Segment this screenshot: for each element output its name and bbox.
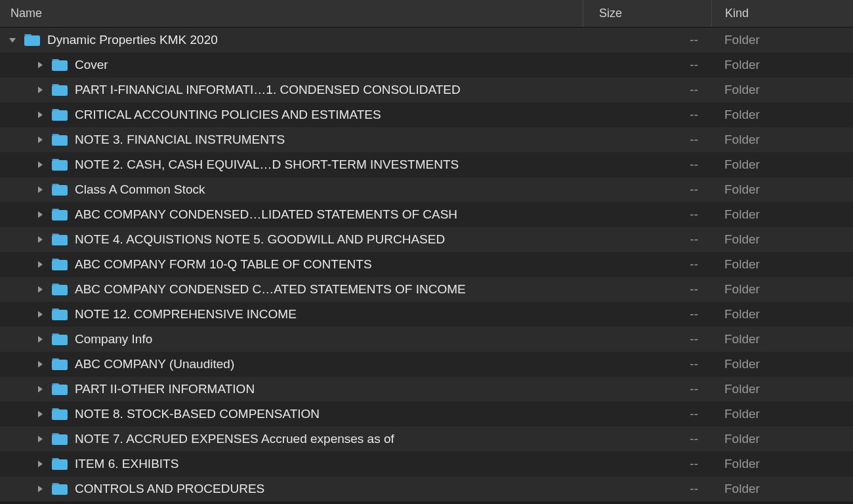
table-row[interactable]: ABC COMPANY FORM 10-Q TABLE OF CONTENTS-…: [0, 252, 853, 277]
cell-name: NOTE 4. ACQUISTIONS NOTE 5. GOODWILL AND…: [0, 227, 583, 252]
chevron-right-icon[interactable]: [35, 60, 45, 70]
cell-kind: Folder: [711, 327, 853, 352]
cell-size: --: [583, 377, 711, 402]
table-row[interactable]: NOTE 12. COMPREHENSIVE INCOME--Folder: [0, 302, 853, 327]
svg-rect-12: [52, 335, 68, 345]
chevron-right-icon[interactable]: [35, 235, 45, 244]
chevron-right-icon[interactable]: [35, 434, 45, 444]
folder-icon: [51, 432, 68, 446]
folder-icon: [51, 382, 68, 396]
cell-size: --: [583, 402, 711, 427]
chevron-right-icon[interactable]: [35, 335, 45, 344]
cell-size: --: [583, 152, 711, 177]
cell-kind: Folder: [711, 52, 853, 77]
table-row[interactable]: PART II-OTHER INFORMATION--Folder: [0, 377, 853, 402]
table-row[interactable]: NOTE 4. ACQUISTIONS NOTE 5. GOODWILL AND…: [0, 227, 853, 252]
item-name-label: ABC COMPANY FORM 10-Q TABLE OF CONTENTS: [75, 257, 372, 272]
item-name-label: ABC COMPANY (Unaudited): [75, 357, 234, 371]
chevron-right-icon[interactable]: [35, 410, 45, 419]
chevron-right-icon[interactable]: [35, 285, 45, 294]
cell-size: --: [583, 277, 711, 302]
chevron-right-icon[interactable]: [35, 160, 45, 169]
cell-size: --: [583, 302, 711, 327]
column-header-kind[interactable]: Kind: [711, 0, 853, 27]
table-row[interactable]: NOTE 8. STOCK-BASED COMPENSATION--Folder: [0, 402, 853, 427]
cell-kind: Folder: [711, 377, 853, 402]
cell-size: --: [583, 52, 711, 77]
cell-kind: Folder: [711, 227, 853, 252]
chevron-right-icon[interactable]: [35, 135, 45, 144]
svg-rect-15: [52, 410, 68, 420]
cell-name: ABC COMPANY CONDENSED C…ATED STATEMENTS …: [0, 277, 583, 302]
cell-kind: Folder: [711, 427, 853, 452]
cell-size: --: [583, 202, 711, 227]
cell-kind: Folder: [711, 277, 853, 302]
folder-icon: [51, 457, 68, 471]
cell-kind: Folder: [711, 302, 853, 327]
column-header-name[interactable]: Name: [0, 0, 583, 27]
table-row[interactable]: NOTE 2. CASH, CASH EQUIVAL…D SHORT-TERM …: [0, 152, 853, 177]
cell-kind: Folder: [711, 177, 853, 202]
item-name-label: ITEM 6. EXHIBITS: [75, 457, 178, 471]
folder-icon: [51, 482, 68, 496]
cell-kind: Folder: [711, 127, 853, 152]
column-header-size[interactable]: Size: [583, 0, 711, 27]
table-row[interactable]: Company Info--Folder: [0, 327, 853, 352]
table-row[interactable]: ITEM 6. EXHIBITS--Folder: [0, 452, 853, 476]
chevron-right-icon[interactable]: [35, 85, 45, 94]
chevron-down-icon[interactable]: [8, 35, 17, 45]
svg-rect-1: [52, 60, 68, 71]
svg-rect-14: [52, 385, 68, 395]
table-row[interactable]: ABC COMPANY CONDENSED…LIDATED STATEMENTS…: [0, 202, 853, 227]
cell-name: NOTE 7. ACCRUED EXPENSES Accrued expense…: [0, 427, 583, 452]
cell-name: Class A Common Stock: [0, 177, 583, 202]
chevron-right-icon[interactable]: [35, 210, 45, 219]
column-header-name-label: Name: [10, 7, 42, 20]
chevron-right-icon[interactable]: [35, 260, 45, 269]
cell-name: Cover: [0, 52, 583, 77]
table-row[interactable]: NOTE 3. FINANCIAL INSTRUMENTS--Folder: [0, 127, 853, 152]
chevron-right-icon[interactable]: [35, 110, 45, 119]
table-row[interactable]: Class A Common Stock--Folder: [0, 177, 853, 202]
cell-name: ABC COMPANY CONDENSED…LIDATED STATEMENTS…: [0, 202, 583, 227]
item-name-label: NOTE 4. ACQUISTIONS NOTE 5. GOODWILL AND…: [75, 232, 445, 247]
column-header-kind-label: Kind: [725, 7, 749, 20]
folder-icon: [51, 407, 68, 421]
column-header-row: Name Size Kind: [0, 0, 853, 28]
chevron-right-icon[interactable]: [35, 484, 45, 494]
folder-icon: [51, 332, 68, 346]
item-name-label: Class A Common Stock: [75, 182, 205, 197]
svg-rect-17: [52, 459, 68, 470]
table-row[interactable]: Cover--Folder: [0, 52, 853, 77]
cell-kind: Folder: [711, 402, 853, 427]
folder-icon: [51, 207, 68, 222]
item-name-label: NOTE 2. CASH, CASH EQUIVAL…D SHORT-TERM …: [75, 158, 459, 172]
table-row[interactable]: CONTROLS AND PROCEDURES--Folder: [0, 476, 853, 501]
table-row[interactable]: Dynamic Properties KMK 2020--Folder: [0, 28, 853, 52]
chevron-right-icon[interactable]: [35, 459, 45, 469]
cell-size: --: [583, 227, 711, 252]
folder-icon: [51, 232, 68, 247]
cell-name: NOTE 2. CASH, CASH EQUIVAL…D SHORT-TERM …: [0, 152, 583, 177]
cell-name: ITEM 6. EXHIBITS: [0, 452, 583, 476]
chevron-right-icon[interactable]: [35, 360, 45, 369]
table-row[interactable]: ABC COMPANY CONDENSED C…ATED STATEMENTS …: [0, 277, 853, 302]
folder-icon: [51, 158, 68, 172]
cell-size: --: [583, 427, 711, 452]
table-row[interactable]: NOTE 7. ACCRUED EXPENSES Accrued expense…: [0, 427, 853, 452]
chevron-right-icon[interactable]: [35, 185, 45, 194]
chevron-right-icon[interactable]: [35, 385, 45, 394]
cell-name: CRITICAL ACCOUNTING POLICIES AND ESTIMAT…: [0, 102, 583, 127]
item-name-label: NOTE 3. FINANCIAL INSTRUMENTS: [75, 133, 285, 147]
cell-kind: Folder: [711, 77, 853, 102]
item-name-label: ABC COMPANY CONDENSED C…ATED STATEMENTS …: [75, 282, 466, 297]
svg-rect-16: [52, 434, 68, 445]
cell-size: --: [583, 352, 711, 377]
table-row[interactable]: CRITICAL ACCOUNTING POLICIES AND ESTIMAT…: [0, 102, 853, 127]
folder-icon: [51, 357, 68, 371]
table-row[interactable]: PART I-FINANCIAL INFORMATI…1. CONDENSED …: [0, 77, 853, 102]
svg-rect-5: [52, 160, 68, 171]
item-name-label: PART I-FINANCIAL INFORMATI…1. CONDENSED …: [75, 83, 461, 97]
table-row[interactable]: ABC COMPANY (Unaudited)--Folder: [0, 352, 853, 377]
chevron-right-icon[interactable]: [35, 310, 45, 319]
